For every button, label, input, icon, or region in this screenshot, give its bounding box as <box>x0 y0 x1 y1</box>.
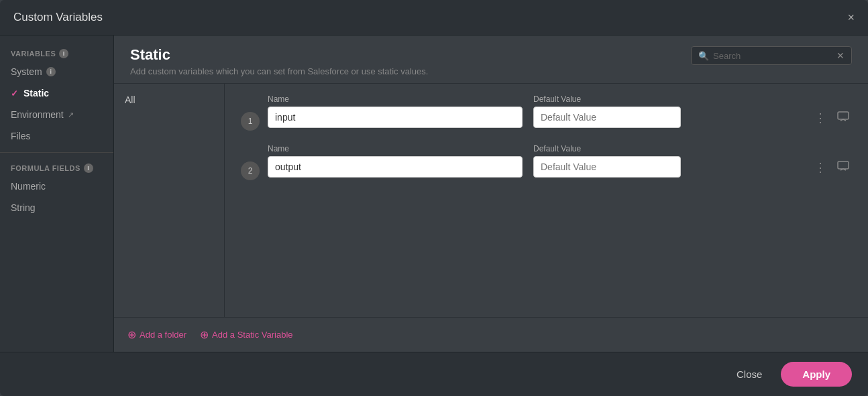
comment-btn-2[interactable] <box>834 159 852 176</box>
search-clear-icon[interactable]: ✕ <box>836 50 845 61</box>
sidebar-item-system[interactable]: System i <box>0 61 113 82</box>
name-input-2[interactable] <box>268 156 523 178</box>
external-link-icon: ↗ <box>68 111 74 119</box>
custom-variables-modal: Custom Variables × VARIABLES i System i … <box>0 0 868 396</box>
content-area: Static Add custom variables which you ca… <box>114 36 868 352</box>
var-fields-2: Name Default Value <box>268 144 804 178</box>
add-folder-link[interactable]: ⊕ Add a folder <box>127 328 186 341</box>
row-actions-2: ⋮ <box>812 159 852 176</box>
sidebar-item-files[interactable]: Files <box>0 125 113 147</box>
variables-section-label: VARIABLES i <box>0 44 113 61</box>
add-variable-plus-icon: ⊕ <box>200 328 209 341</box>
more-options-btn-2[interactable]: ⋮ <box>812 159 829 176</box>
close-icon[interactable]: × <box>847 11 855 23</box>
add-folder-plus-icon: ⊕ <box>127 328 136 341</box>
formula-info-icon: i <box>84 163 93 173</box>
row-number-1: 1 <box>241 112 260 131</box>
sidebar-divider <box>0 152 113 153</box>
system-info-icon: i <box>46 67 56 76</box>
search-input[interactable] <box>713 51 832 61</box>
search-wrapper: 🔍 ✕ <box>691 46 852 65</box>
close-button[interactable]: Close <box>726 363 773 385</box>
table-row: 1 Name Default Value <box>241 94 852 131</box>
name-field-group-2: Name <box>268 144 523 178</box>
apply-button[interactable]: Apply <box>781 362 852 387</box>
variables-info-icon: i <box>59 49 68 58</box>
modal-header: Custom Variables × <box>0 0 868 36</box>
name-field-group-1: Name <box>268 94 523 128</box>
default-input-1[interactable] <box>533 107 681 128</box>
svg-rect-0 <box>838 112 849 119</box>
table-row: 2 Name Default Value <box>241 144 852 180</box>
name-label-1: Name <box>268 94 523 104</box>
sidebar-item-static[interactable]: Static <box>0 82 113 104</box>
search-icon: 🔍 <box>698 51 709 61</box>
variables-panel: 1 Name Default Value <box>225 84 868 317</box>
sidebar-item-environment[interactable]: Environment ↗ <box>0 104 113 125</box>
modal-title: Custom Variables <box>13 11 103 24</box>
default-label-2: Default Value <box>533 144 681 153</box>
row-number-2: 2 <box>241 161 260 180</box>
header-row: Static Add custom variables which you ca… <box>130 46 852 76</box>
folder-panel: All <box>114 84 225 317</box>
main-panel: All 1 Name Default Value <box>114 84 868 317</box>
svg-rect-1 <box>838 161 849 169</box>
formula-section-label: FORMULA FIELDS i <box>0 158 113 176</box>
folder-panel-title: All <box>125 94 213 105</box>
name-input-1[interactable] <box>268 107 523 128</box>
default-field-group-1: Default Value <box>533 94 681 128</box>
modal-footer: Close Apply <box>0 352 868 396</box>
sidebar-item-string[interactable]: String <box>0 197 113 218</box>
default-input-2[interactable] <box>533 156 681 178</box>
comment-btn-1[interactable] <box>834 110 852 127</box>
content-header: Static Add custom variables which you ca… <box>114 36 868 84</box>
sidebar: VARIABLES i System i Static Environment … <box>0 36 114 352</box>
name-label-2: Name <box>268 144 523 153</box>
more-options-btn-1[interactable]: ⋮ <box>812 109 829 127</box>
modal-body: VARIABLES i System i Static Environment … <box>0 36 868 352</box>
content-title: Static <box>130 46 428 64</box>
bottom-actions: ⊕ Add a folder ⊕ Add a Static Variable <box>114 317 868 352</box>
title-block: Static Add custom variables which you ca… <box>130 46 428 76</box>
var-fields-1: Name Default Value <box>268 94 804 128</box>
sidebar-item-numeric[interactable]: Numeric <box>0 176 113 197</box>
default-label-1: Default Value <box>533 94 681 104</box>
add-variable-link[interactable]: ⊕ Add a Static Variable <box>200 328 292 341</box>
content-subtitle: Add custom variables which you can set f… <box>130 66 428 76</box>
row-actions-1: ⋮ <box>812 109 852 127</box>
default-field-group-2: Default Value <box>533 144 681 178</box>
